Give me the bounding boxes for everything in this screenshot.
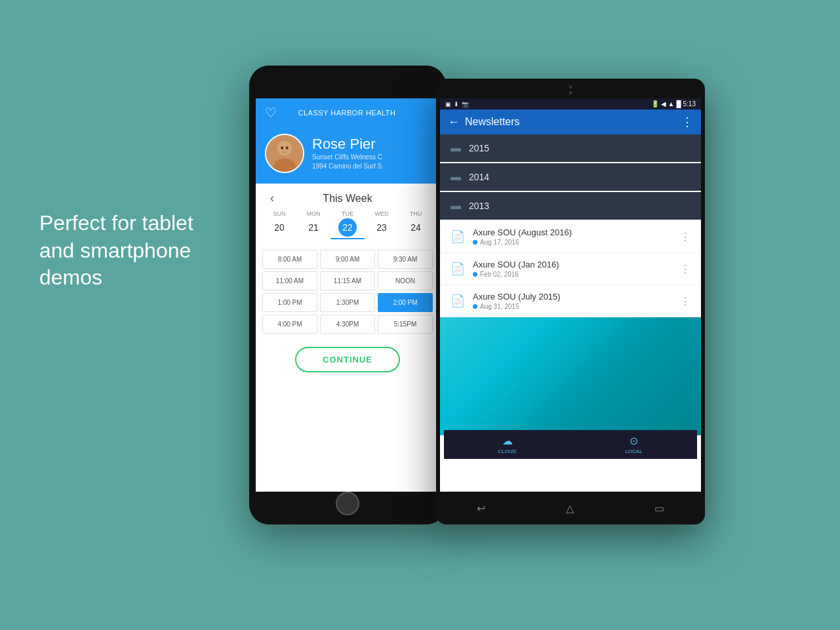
doc-title: Axure SOU (Jan 2016): [473, 260, 672, 269]
day-wed: WED 23: [365, 210, 399, 239]
recents-nav-icon[interactable]: ▭: [654, 502, 664, 515]
slot-row-1: 8:00 AM 9:00 AM 9:30 AM: [262, 250, 433, 269]
nav-bar: ↩ △ ▭: [436, 492, 705, 524]
week-nav: ‹ This Week: [262, 189, 433, 210]
folder-name: 2014: [469, 172, 489, 182]
folder-icon: ▬: [450, 142, 461, 154]
day-mon: MON 21: [296, 210, 330, 239]
slot-800am[interactable]: 8:00 AM: [262, 250, 317, 269]
download-icon: ⬇: [454, 101, 459, 108]
folder-icon: ▬: [450, 171, 461, 183]
doc-row-1[interactable]: 📄 Axure SOU (August 2016) Aug 17, 2016 ⋮: [440, 221, 701, 253]
slot-430pm[interactable]: 4:30PM: [320, 315, 375, 334]
slot-400pm[interactable]: 4:00 PM: [262, 315, 317, 334]
svg-point-4: [281, 146, 283, 149]
doc-more-button[interactable]: ⋮: [680, 295, 690, 307]
statusbar-right: 🔋 ◀ ▲ █ 5:13: [651, 100, 696, 108]
doc-icon: 📄: [450, 262, 465, 276]
prev-week-button[interactable]: ‹: [262, 191, 282, 205]
home-button[interactable]: [336, 492, 359, 515]
local-icon: ⊙: [630, 435, 638, 447]
doc-date: Aug 17, 2016: [480, 239, 519, 246]
back-nav-icon[interactable]: ↩: [477, 502, 485, 515]
folder-2013[interactable]: ▬ 2013: [440, 192, 701, 220]
doc-more-button[interactable]: ⋮: [680, 263, 690, 275]
notification-icon: ▣: [445, 101, 451, 108]
profile-sub1: Sunset Cliffs Welness C: [312, 153, 430, 162]
profile-info: Rose Pier Sunset Cliffs Welness C 1994 C…: [312, 136, 430, 171]
back-button[interactable]: ←: [448, 115, 460, 129]
slot-100pm[interactable]: 1:00 PM: [262, 293, 317, 312]
doc-icon: 📄: [450, 229, 465, 244]
doc-more-button[interactable]: ⋮: [680, 231, 690, 243]
home-nav-icon[interactable]: △: [566, 502, 574, 515]
camera-dot-2: [569, 91, 572, 94]
phone2-appbar: ← Newsletters ⋮: [440, 109, 701, 134]
slot-row-4: 4:00 PM 4:30PM 5:15PM: [262, 315, 433, 334]
tab-local[interactable]: ⊙ LOCAL: [570, 435, 697, 454]
slot-1115am[interactable]: 11:15 AM: [320, 271, 375, 290]
phone1-header: ♡ CLASSY HARBOR HEALTH: [256, 98, 439, 127]
status-dot: [473, 304, 477, 309]
phone2-screen: ▣ ⬇ 📷 🔋 ◀ ▲ █ 5:13 ← Newsletters ⋮ ▬ 201…: [440, 98, 701, 492]
time-slots: 8:00 AM 9:00 AM 9:30 AM 11:00 AM 11:15 A…: [256, 247, 439, 339]
wifi-icon: ▲: [668, 100, 675, 108]
folder-2015[interactable]: ▬ 2015: [440, 134, 701, 162]
doc-info: Axure SOU (August 2016) Aug 17, 2016: [473, 227, 672, 246]
doc-date: Feb 02, 2016: [480, 271, 519, 278]
status-bar: ▣ ⬇ 📷 🔋 ◀ ▲ █ 5:13: [440, 98, 701, 109]
phone1-app-title: CLASSY HARBOR HEALTH: [298, 109, 396, 117]
cloud-icon: ☁: [502, 435, 513, 447]
phone2-device: ▣ ⬇ 📷 🔋 ◀ ▲ █ 5:13 ← Newsletters ⋮ ▬ 201…: [436, 79, 705, 524]
day-thu: THU 24: [399, 210, 433, 239]
slot-515pm[interactable]: 5:15PM: [378, 315, 433, 334]
doc-title: Axure SOU (July 2015): [473, 292, 672, 302]
folder-name: 2015: [469, 143, 489, 153]
slot-900am[interactable]: 9:00 AM: [320, 250, 375, 269]
hero-text: Perfect for tablet and smartphone demos: [39, 210, 223, 292]
slot-200pm[interactable]: 2:00 PM: [378, 293, 433, 312]
camera-dot-1: [569, 85, 572, 89]
slot-930am[interactable]: 9:30 AM: [378, 250, 433, 269]
days-row: SUN 20 MON 21 TUE 22 WED 23 THU: [262, 210, 433, 239]
doc-row-3[interactable]: 📄 Axure SOU (July 2015) Aug 31, 2015 ⋮: [440, 285, 701, 317]
hero-text-line2: and smartphone: [39, 237, 223, 265]
continue-button[interactable]: CONTINUE: [295, 347, 400, 372]
hero-text-line3: demos: [39, 264, 223, 292]
week-label: This Week: [323, 193, 372, 205]
screenshot-icon: 📷: [462, 101, 469, 108]
statusbar-icons: ▣ ⬇ 📷: [445, 101, 469, 108]
phone1-calendar: ‹ This Week SUN 20 MON 21 TUE 22: [256, 184, 439, 247]
tab-cloud[interactable]: ☁ CLOUD: [444, 435, 570, 454]
appbar-left: ← Newsletters: [448, 115, 520, 129]
phone1-profile: Rose Pier Sunset Cliffs Welness C 1994 C…: [256, 127, 439, 184]
phone1-device: ♡ CLASSY HARBOR HEALTH: [249, 66, 446, 524]
tab-bar: ☁ CLOUD ⊙ LOCAL: [444, 430, 697, 459]
folder-2014[interactable]: ▬ 2014: [440, 163, 701, 191]
doc-date-row: Feb 02, 2016: [473, 271, 672, 278]
battery-icon: 🔋: [651, 100, 659, 108]
slot-row-3: 1:00 PM 1:30PM 2:00 PM: [262, 293, 433, 312]
continue-area: CONTINUE: [256, 339, 439, 380]
day-tue: TUE 22: [330, 210, 365, 239]
slot-row-2: 11:00 AM 11:15 AM NOON: [262, 271, 433, 290]
camera-area: [569, 85, 572, 94]
slot-noon[interactable]: NOON: [378, 271, 433, 290]
doc-row-2[interactable]: 📄 Axure SOU (Jan 2016) Feb 02, 2016 ⋮: [440, 253, 701, 285]
tab-local-label: LOCAL: [625, 448, 642, 454]
doc-date-row: Aug 17, 2016: [473, 239, 672, 246]
doc-info: Axure SOU (July 2015) Aug 31, 2015: [473, 292, 672, 310]
slot-130pm[interactable]: 1:30PM: [320, 293, 375, 312]
profile-sub2: 1994 Camino del Surf S: [312, 162, 430, 171]
doc-info: Axure SOU (Jan 2016) Feb 02, 2016: [473, 260, 672, 278]
slot-1100am[interactable]: 11:00 AM: [262, 271, 317, 290]
tab-cloud-label: CLOUD: [498, 448, 516, 454]
svg-point-5: [286, 146, 289, 149]
battery-full-icon: █: [676, 100, 681, 108]
status-dot: [473, 272, 477, 277]
hero-text-line1: Perfect for tablet: [39, 210, 223, 237]
doc-date: Aug 31, 2015: [480, 303, 519, 310]
folder-name: 2013: [469, 201, 489, 211]
more-options-button[interactable]: ⋮: [681, 115, 693, 129]
profile-name: Rose Pier: [312, 136, 430, 153]
